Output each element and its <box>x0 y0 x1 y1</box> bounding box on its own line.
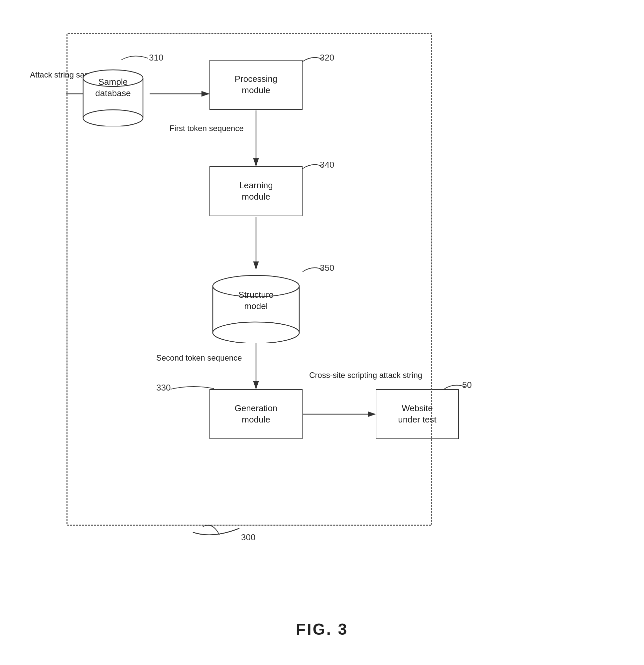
main-dashed-box <box>66 33 432 526</box>
ref-300: 300 <box>241 532 255 543</box>
figure-caption: FIG. 3 <box>296 620 348 639</box>
ref-50: 50 <box>462 380 472 390</box>
diagram-container: Attack string sample Sample database 310… <box>26 20 619 602</box>
